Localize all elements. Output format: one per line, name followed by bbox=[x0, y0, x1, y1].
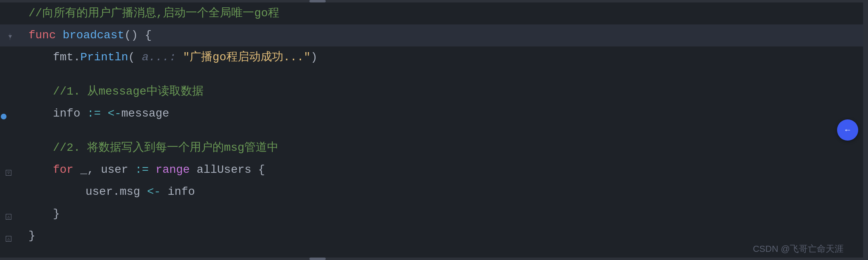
plain-for-vars: _, user bbox=[73, 161, 135, 178]
fold-square-func-close-icon[interactable]: △ bbox=[6, 236, 11, 242]
watermark: CSDN @飞哥亡命天涯 bbox=[753, 243, 844, 255]
code-line-comment1: //1. 从message中读取数据 bbox=[0, 81, 863, 103]
code-editor: //向所有的用户广播消息,启动一个全局唯一go程 ▼ func broadcas… bbox=[0, 0, 868, 260]
var-message: message bbox=[121, 105, 169, 122]
code-line-for: ▽ for _, user := range allUsers { bbox=[0, 159, 863, 181]
code-line-empty2 bbox=[0, 125, 863, 137]
comment-text: //向所有的用户广播消息,启动一个全局唯一go程 bbox=[28, 5, 279, 22]
code-text-println: fmt.Println( a...: "广播go程启动成功...") bbox=[20, 46, 863, 68]
op-for-assign: := bbox=[135, 161, 149, 178]
code-text-empty bbox=[20, 68, 863, 73]
plain-allusers: allUsers { bbox=[190, 161, 265, 178]
code-text-close-brace: } bbox=[20, 203, 863, 225]
plain-close: ) bbox=[311, 49, 318, 66]
fold-arrow-icon[interactable]: ▼ bbox=[7, 33, 13, 40]
plain-paren: ( bbox=[128, 49, 142, 66]
plain-usermsg: user.msg bbox=[85, 183, 147, 201]
code-text-for: for _, user := range allUsers { bbox=[20, 159, 863, 181]
var-info: info bbox=[53, 105, 87, 122]
top-scrollbar[interactable] bbox=[0, 0, 868, 2]
top-scrollbar-thumb[interactable] bbox=[309, 0, 326, 2]
param-hint: a...: bbox=[142, 49, 176, 66]
op-assign: := bbox=[87, 105, 101, 122]
keyword-for: for bbox=[53, 161, 73, 178]
func-name: broadcast bbox=[63, 27, 124, 44]
plain-fmt: fmt. bbox=[53, 49, 80, 66]
plain-text: () { bbox=[124, 27, 151, 44]
code-content: //向所有的用户广播消息,启动一个全局唯一go程 ▼ func broadcas… bbox=[0, 2, 863, 258]
plain-sp2 bbox=[149, 161, 156, 178]
plain-close-brace: } bbox=[53, 205, 60, 223]
code-line-func-close: △ } bbox=[0, 225, 863, 247]
fold-square-icon[interactable]: ▽ bbox=[6, 170, 11, 176]
code-line: //向所有的用户广播消息,启动一个全局唯一go程 bbox=[0, 2, 863, 24]
code-text-comment1: //1. 从message中读取数据 bbox=[20, 81, 863, 103]
gutter-fold: ▼ bbox=[0, 33, 20, 40]
code-line-comment2: //2. 将数据写入到每一个用户的msg管道中 bbox=[0, 137, 863, 159]
breakpoint-dot bbox=[1, 114, 7, 119]
func-println: Println bbox=[80, 49, 128, 66]
fold-line bbox=[10, 33, 10, 40]
arrow-icon: ← bbox=[845, 126, 850, 135]
code-text: //向所有的用户广播消息,启动一个全局唯一go程 bbox=[20, 2, 863, 24]
plain-sp bbox=[101, 105, 108, 122]
code-line-println: fmt.Println( a...: "广播go程启动成功...") bbox=[0, 46, 863, 68]
plain-info: info bbox=[161, 183, 195, 201]
code-text-func-close-brace: } bbox=[20, 225, 863, 247]
keyword-func: func bbox=[28, 27, 63, 44]
comment-1: //1. 从message中读取数据 bbox=[53, 83, 204, 100]
code-text-empty2 bbox=[20, 125, 863, 130]
keyword-range: range bbox=[156, 161, 190, 178]
op-send: <- bbox=[147, 183, 161, 201]
code-line-usermsg: user.msg <- info bbox=[0, 181, 863, 203]
bottom-scrollbar[interactable] bbox=[0, 258, 868, 260]
code-text-usermsg: user.msg <- info bbox=[20, 181, 863, 203]
fold-square-close-icon[interactable]: △ bbox=[6, 214, 11, 220]
right-panel: ← bbox=[837, 119, 858, 141]
plain-func-close-brace: } bbox=[28, 227, 35, 245]
code-text-comment2: //2. 将数据写入到每一个用户的msg管道中 bbox=[20, 137, 863, 159]
code-text-func: func broadcast() { bbox=[20, 24, 863, 46]
bottom-scrollbar-thumb[interactable] bbox=[309, 258, 326, 260]
code-line-empty1 bbox=[0, 68, 863, 81]
collapse-button[interactable]: ← bbox=[837, 119, 858, 141]
code-line-func: ▼ func broadcast() { bbox=[0, 24, 863, 46]
code-text-info: info := <-message bbox=[20, 103, 863, 125]
right-scrollbar[interactable] bbox=[863, 0, 868, 260]
code-line-info: info := <-message bbox=[0, 103, 863, 125]
string-text: "广播go程启动成功..." bbox=[183, 49, 311, 66]
plain-space bbox=[176, 49, 183, 66]
code-line-for-close: △ } bbox=[0, 203, 863, 225]
op-recv: <- bbox=[107, 105, 121, 122]
comment-2: //2. 将数据写入到每一个用户的msg管道中 bbox=[53, 139, 278, 156]
